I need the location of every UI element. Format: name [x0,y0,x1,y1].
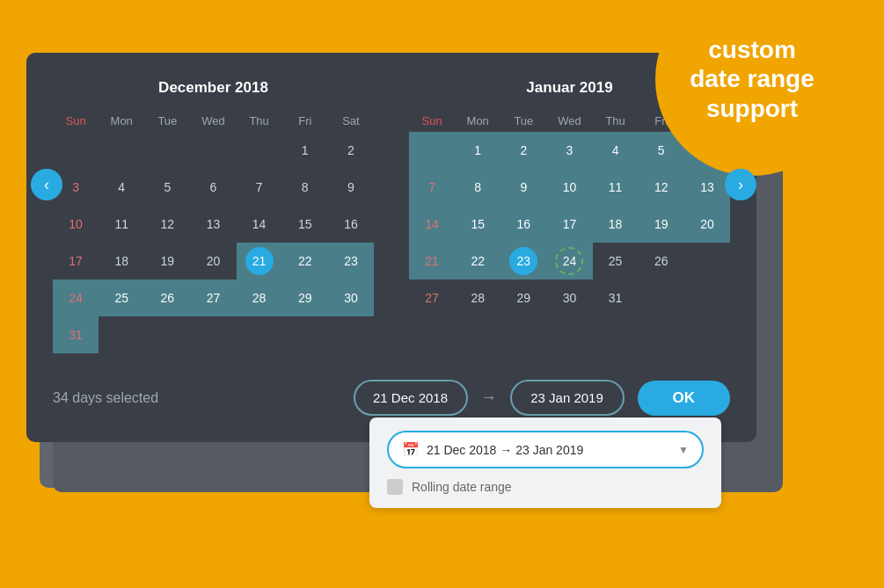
table-row: 14 15 16 17 18 19 20 [409,206,730,243]
table-row[interactable]: 11 [99,206,144,243]
table-row[interactable] [282,316,328,353]
table-row: 3 4 5 6 7 8 9 [53,169,374,206]
table-row[interactable] [53,132,99,169]
table-row[interactable] [144,132,190,169]
table-row[interactable]: 23 [500,243,546,279]
date-separator-arrow: → [481,388,497,407]
table-row[interactable]: 12 [639,169,684,206]
table-row[interactable] [190,132,236,169]
table-row[interactable]: 14 [237,206,282,243]
table-row[interactable]: 16 [328,206,374,243]
table-row[interactable]: 8 [455,169,500,206]
table-row[interactable]: 17 [53,243,99,279]
table-row[interactable]: 19 [144,243,190,279]
col-wed-right: Wed [546,110,592,132]
table-row[interactable]: 21 [237,243,282,279]
date-range-display: 21 Dec 2018 → 23 Jan 2019 [427,443,671,457]
table-row[interactable]: 16 [500,206,546,243]
table-row[interactable] [639,279,684,316]
table-row[interactable]: 3 [546,132,592,169]
rolling-date-row: Rolling date range [387,479,704,495]
table-row[interactable]: 5 [144,169,190,206]
table-row[interactable]: 10 [546,169,592,206]
table-row[interactable]: 28 [455,279,500,316]
table-row[interactable]: 30 [328,279,374,316]
table-row[interactable] [99,316,144,353]
table-row[interactable]: 26 [144,279,190,316]
table-row[interactable]: 27 [409,279,455,316]
table-row[interactable]: 18 [99,243,144,279]
table-row[interactable] [237,316,282,353]
col-mon-left: Mon [99,110,144,132]
ok-button[interactable]: OK [638,381,731,416]
table-row[interactable]: 29 [500,279,546,316]
table-row[interactable]: 1 [282,132,328,169]
table-row[interactable] [328,316,374,353]
table-row[interactable]: 7 [409,169,455,206]
end-date-input[interactable]: 23 Jan 2019 [510,380,625,416]
table-row[interactable] [684,279,730,316]
table-row[interactable]: 13 [684,169,730,206]
table-row[interactable]: 4 [99,169,144,206]
table-row[interactable]: 31 [53,316,99,353]
table-row[interactable] [684,243,730,279]
table-row: 31 [53,316,374,353]
table-row[interactable]: 11 [593,169,639,206]
table-row[interactable] [144,316,190,353]
date-range-dropdown[interactable]: 📅 21 Dec 2018 → 23 Jan 2019 ▼ [387,431,704,468]
table-row[interactable]: 2 [500,132,546,169]
table-row[interactable]: 27 [190,279,236,316]
start-date-input[interactable]: 21 Dec 2018 [354,380,468,416]
table-row[interactable]: 19 [639,206,684,243]
table-row[interactable]: 9 [328,169,374,206]
table-row[interactable]: 15 [282,206,328,243]
table-row[interactable] [237,132,282,169]
rolling-checkbox[interactable] [387,479,403,495]
promo-line2: date range [690,65,815,92]
table-row[interactable]: 25 [99,279,144,316]
table-row: 27 28 29 30 31 [409,279,730,316]
table-row[interactable]: 24 [546,243,592,279]
table-row[interactable] [409,132,455,169]
table-row[interactable]: 21 [409,243,455,279]
table-row[interactable]: 20 [190,243,236,279]
table-row[interactable]: 26 [639,243,684,279]
col-wed-left: Wed [190,110,236,132]
table-row[interactable]: 17 [546,206,592,243]
prev-icon: ‹ [44,176,49,194]
table-row[interactable]: 12 [144,206,190,243]
table-row[interactable]: 9 [500,169,546,206]
table-row[interactable]: 13 [190,206,236,243]
table-row[interactable]: 30 [546,279,592,316]
col-sat-left: Sat [328,110,374,132]
table-row[interactable]: 29 [282,279,328,316]
table-row[interactable]: 6 [190,169,236,206]
table-row[interactable]: 2 [328,132,374,169]
table-row[interactable]: 4 [593,132,639,169]
next-icon: › [738,176,743,194]
table-row[interactable]: 24 [53,279,99,316]
table-row[interactable]: 22 [282,243,328,279]
table-row[interactable]: 18 [593,206,639,243]
promo-line1: custom [708,36,796,63]
table-row[interactable]: 14 [409,206,455,243]
table-row[interactable]: 8 [282,169,328,206]
table-row[interactable]: 15 [455,206,500,243]
table-row[interactable]: 10 [53,206,99,243]
table-row[interactable]: 7 [237,169,282,206]
days-selected-label: 34 days selected [53,390,340,406]
table-row[interactable]: 25 [593,243,639,279]
prev-month-button[interactable]: ‹ [31,169,62,200]
table-row[interactable] [99,132,144,169]
table-row[interactable] [190,316,236,353]
table-row[interactable]: 23 [328,243,374,279]
table-row[interactable]: 31 [593,279,639,316]
table-row[interactable]: 20 [684,206,730,243]
table-row[interactable]: 22 [455,243,500,279]
next-month-button[interactable]: › [725,169,756,200]
table-row[interactable]: 1 [455,132,500,169]
promo-text: custom date range support [690,35,815,124]
col-tue-right: Tue [500,110,546,132]
table-row[interactable]: 28 [237,279,282,316]
calendar-icon: 📅 [402,441,420,458]
